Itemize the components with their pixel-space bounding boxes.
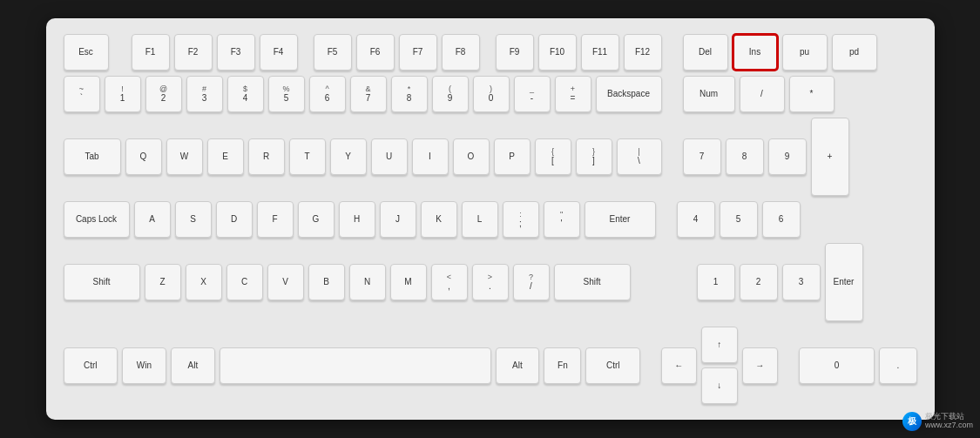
- key-lbracket[interactable]: { [: [535, 138, 571, 175]
- key-f5[interactable]: F5: [314, 34, 352, 71]
- key-c[interactable]: C: [226, 264, 263, 300]
- key-j[interactable]: J: [380, 201, 416, 238]
- key-esc[interactable]: Esc: [64, 34, 109, 71]
- key-num9[interactable]: 9: [768, 138, 807, 175]
- key-4[interactable]: $ 4: [227, 76, 264, 112]
- key-f8[interactable]: F8: [442, 34, 480, 71]
- key-w[interactable]: W: [166, 138, 203, 175]
- key-tab[interactable]: Tab: [64, 138, 121, 175]
- key-capslock[interactable]: Caps Lock: [64, 201, 130, 238]
- key-6[interactable]: ^ 6: [309, 76, 346, 112]
- key-f2[interactable]: F2: [174, 34, 213, 71]
- key-y[interactable]: Y: [330, 138, 367, 175]
- key-f11[interactable]: F11: [581, 34, 619, 71]
- key-numplus[interactable]: +: [811, 118, 849, 196]
- key-7[interactable]: & 7: [350, 76, 387, 112]
- key-backspace[interactable]: Backspace: [596, 76, 662, 112]
- key-h[interactable]: H: [339, 201, 375, 238]
- key-f12[interactable]: F12: [624, 34, 662, 71]
- key-left[interactable]: ←: [661, 347, 697, 384]
- key-f9[interactable]: F9: [496, 34, 534, 71]
- key-q[interactable]: Q: [125, 138, 162, 175]
- key-num7[interactable]: 7: [683, 138, 721, 175]
- key-slash[interactable]: ? /: [513, 264, 550, 300]
- key-numslash[interactable]: /: [740, 76, 785, 112]
- key-num5[interactable]: 5: [720, 201, 758, 238]
- key-backslash[interactable]: | \: [617, 138, 662, 175]
- key-numenter[interactable]: Enter: [825, 243, 863, 321]
- watermark-text: 极光下载站 www.xz7.com: [925, 413, 973, 430]
- key-f7[interactable]: F7: [399, 34, 437, 71]
- key-9[interactable]: ( 9: [432, 76, 469, 112]
- key-lshift[interactable]: Shift: [64, 264, 140, 300]
- key-i[interactable]: I: [412, 138, 449, 175]
- key-period[interactable]: > .: [472, 264, 509, 300]
- key-lalt[interactable]: Alt: [171, 347, 215, 384]
- key-pd[interactable]: pd: [832, 34, 877, 71]
- key-r[interactable]: R: [248, 138, 285, 175]
- key-f4[interactable]: F4: [260, 34, 298, 71]
- key-num8[interactable]: 8: [726, 138, 764, 175]
- key-2[interactable]: @ 2: [145, 76, 182, 112]
- key-ralt[interactable]: Alt: [496, 347, 540, 384]
- key-del[interactable]: Del: [683, 34, 728, 71]
- key-0[interactable]: ) 0: [473, 76, 510, 112]
- key-num0[interactable]: 0: [799, 347, 875, 384]
- key-space[interactable]: [220, 347, 491, 384]
- key-win[interactable]: Win: [122, 347, 166, 384]
- key-z[interactable]: Z: [145, 264, 181, 300]
- key-u[interactable]: U: [371, 138, 408, 175]
- key-e[interactable]: E: [207, 138, 244, 175]
- key-f6[interactable]: F6: [356, 34, 395, 71]
- key-t[interactable]: T: [289, 138, 326, 175]
- key-numstar[interactable]: *: [789, 76, 835, 112]
- key-b[interactable]: B: [308, 264, 345, 300]
- key-num3[interactable]: 3: [782, 264, 821, 300]
- key-s[interactable]: S: [175, 201, 212, 238]
- key-rctrl[interactable]: Ctrl: [585, 347, 640, 384]
- key-comma[interactable]: < ,: [431, 264, 468, 300]
- key-8[interactable]: * 8: [391, 76, 428, 112]
- watermark-url: www.xz7.com: [925, 421, 973, 430]
- key-num6[interactable]: 6: [762, 201, 801, 238]
- key-minus[interactable]: _ -: [514, 76, 551, 112]
- key-pu[interactable]: pu: [782, 34, 828, 71]
- key-numdot[interactable]: .: [879, 347, 916, 384]
- key-n[interactable]: N: [349, 264, 386, 300]
- key-5[interactable]: % 5: [268, 76, 305, 112]
- tab-row: Tab Q W E R T Y U I O P { [ } ] | \ 7 8 …: [64, 118, 917, 196]
- key-f1[interactable]: F1: [132, 34, 170, 71]
- key-o[interactable]: O: [453, 138, 490, 175]
- key-k[interactable]: K: [421, 201, 457, 238]
- key-down[interactable]: ↓: [701, 367, 738, 404]
- key-right[interactable]: →: [742, 347, 778, 384]
- key-f3[interactable]: F3: [217, 34, 255, 71]
- key-m[interactable]: M: [390, 264, 427, 300]
- key-quote[interactable]: " ': [544, 201, 580, 238]
- key-numlock[interactable]: Num: [683, 76, 735, 112]
- key-v[interactable]: V: [267, 264, 304, 300]
- key-p[interactable]: P: [494, 138, 531, 175]
- key-l[interactable]: L: [462, 201, 498, 238]
- key-a[interactable]: A: [134, 201, 171, 238]
- key-3[interactable]: # 3: [186, 76, 223, 112]
- key-f10[interactable]: F10: [538, 34, 577, 71]
- key-1[interactable]: ! 1: [105, 76, 141, 112]
- key-ins[interactable]: Ins: [733, 34, 778, 71]
- key-rshift[interactable]: Shift: [554, 264, 631, 300]
- key-x[interactable]: X: [186, 264, 222, 300]
- key-num4[interactable]: 4: [677, 201, 715, 238]
- key-up[interactable]: ↑: [701, 327, 738, 363]
- key-rbracket[interactable]: } ]: [576, 138, 612, 175]
- key-g[interactable]: G: [298, 201, 335, 238]
- key-num1[interactable]: 1: [697, 264, 735, 300]
- key-semicolon[interactable]: : ;: [503, 201, 539, 238]
- key-tilde[interactable]: ~ `: [64, 76, 100, 112]
- key-enter[interactable]: Enter: [585, 201, 656, 238]
- key-d[interactable]: D: [216, 201, 253, 238]
- key-lctrl[interactable]: Ctrl: [64, 347, 118, 384]
- key-fn[interactable]: Fn: [544, 347, 581, 384]
- key-f[interactable]: F: [257, 201, 294, 238]
- key-equals[interactable]: + =: [555, 76, 591, 112]
- key-num2[interactable]: 2: [740, 264, 778, 300]
